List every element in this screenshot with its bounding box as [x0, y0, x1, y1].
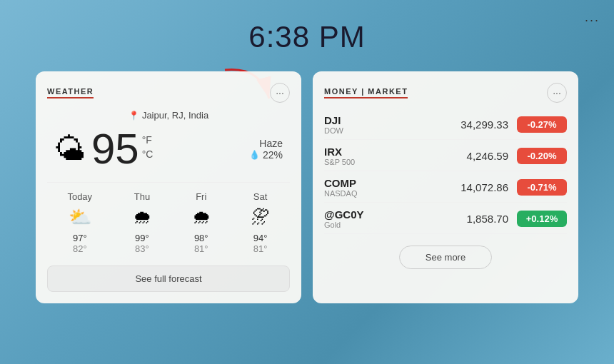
forecast-high: 94°: [253, 233, 268, 243]
forecast-row: Today ⛅ 97° 82° Thu 🌧 99° 83° Fri 🌧 98° …: [47, 182, 290, 254]
market-row[interactable]: @GC0Y Gold 1,858.70 +0.12%: [324, 204, 567, 234]
weather-sun-icon: 🌤: [54, 131, 86, 167]
forecast-day-item: Thu 🌧 99° 83°: [133, 191, 151, 254]
market-more-button[interactable]: ···: [547, 83, 567, 103]
forecast-high: 99°: [135, 233, 149, 243]
forecast-icon: 🌧: [192, 206, 211, 228]
market-name: DOW: [324, 126, 451, 135]
weather-card-header: WEATHER ···: [47, 83, 290, 103]
market-value: 34,299.33: [451, 118, 508, 131]
temperature-value: 95: [91, 128, 139, 171]
unit-celsius: °C: [142, 148, 154, 162]
forecast-temps: 99° 83°: [135, 233, 149, 254]
forecast-day-item: Sat ⛈ 94° 81°: [251, 191, 270, 254]
market-title: MONEY | MARKET: [324, 87, 408, 98]
market-symbol: DJI: [324, 114, 451, 126]
see-forecast-button[interactable]: See full forecast: [47, 266, 290, 292]
market-symbol: COMP: [324, 177, 451, 189]
weather-location-row: 📍 Jaipur, RJ, India: [47, 110, 290, 121]
forecast-temps: 98° 81°: [194, 233, 208, 254]
market-change-badge: -0.71%: [517, 179, 567, 196]
humidity-value: 22%: [263, 149, 283, 161]
forecast-icon: 🌧: [133, 206, 151, 228]
temperature-display: 95 °F °C: [91, 128, 153, 171]
forecast-high: 97°: [73, 233, 87, 243]
market-row[interactable]: DJI DOW 34,299.33 -0.27%: [324, 110, 567, 140]
weather-card: WEATHER ··· 📍 Jaipur, RJ, India 🌤 95 °F …: [36, 71, 301, 303]
market-name: S&P 500: [324, 158, 451, 166]
forecast-day-item: Fri 🌧 98° 81°: [192, 191, 211, 254]
location-icon: 📍: [129, 111, 139, 121]
weather-condition-area: Haze 💧 22%: [249, 138, 283, 161]
forecast-day-label: Fri: [196, 191, 206, 202]
forecast-temps: 94° 81°: [253, 233, 268, 254]
market-row[interactable]: IRX S&P 500 4,246.59 -0.20%: [324, 141, 567, 171]
time-display: 6:38 PM: [0, 0, 614, 54]
forecast-day-label: Sat: [253, 191, 268, 202]
market-name: Gold: [324, 221, 451, 229]
top-right-menu-button[interactable]: ···: [585, 13, 600, 28]
forecast-low: 83°: [135, 243, 149, 254]
market-change-badge: -0.20%: [517, 148, 567, 164]
forecast-day-label: Thu: [134, 191, 150, 202]
forecast-temps: 97° 82°: [73, 233, 87, 254]
forecast-icon: ⛈: [251, 206, 270, 228]
market-name: NASDAQ: [324, 189, 451, 198]
temperature-units: °F °C: [142, 133, 154, 161]
forecast-high: 98°: [194, 233, 208, 243]
see-more-button[interactable]: See more: [399, 246, 492, 269]
market-value: 14,072.86: [451, 181, 508, 193]
market-symbol-group: IRX S&P 500: [324, 146, 451, 166]
market-value: 1,858.70: [451, 213, 508, 225]
forecast-low: 82°: [73, 243, 87, 254]
weather-title: WEATHER: [47, 87, 94, 98]
forecast-low: 81°: [194, 243, 208, 254]
market-symbol-group: DJI DOW: [324, 114, 451, 135]
forecast-day-label: Today: [67, 191, 92, 202]
market-card-header: MONEY | MARKET ···: [324, 83, 567, 103]
drop-icon: 💧: [249, 150, 260, 160]
forecast-icon: ⛅: [69, 206, 91, 228]
market-symbol-group: COMP NASDAQ: [324, 177, 451, 198]
weather-condition: Haze: [249, 138, 283, 149]
market-value: 4,246.59: [451, 150, 508, 162]
forecast-day-item: Today ⛅ 97° 82°: [67, 191, 92, 254]
market-symbol: IRX: [324, 146, 451, 158]
market-rows: DJI DOW 34,299.33 -0.27% IRX S&P 500 4,2…: [324, 110, 567, 234]
market-card: MONEY | MARKET ··· DJI DOW 34,299.33 -0.…: [313, 71, 578, 303]
cards-container: WEATHER ··· 📍 Jaipur, RJ, India 🌤 95 °F …: [0, 60, 614, 315]
weather-main: 🌤 95 °F °C Haze 💧 22%: [47, 128, 290, 171]
market-symbol: @GC0Y: [324, 208, 451, 221]
market-change-badge: +0.12%: [517, 211, 567, 227]
unit-fahrenheit: °F: [142, 133, 154, 148]
market-change-badge: -0.27%: [517, 116, 567, 133]
humidity-row: 💧 22%: [249, 149, 283, 161]
weather-more-button[interactable]: ···: [270, 83, 290, 103]
weather-temp-area: 🌤 95 °F °C: [54, 128, 153, 171]
market-row[interactable]: COMP NASDAQ 14,072.86 -0.71%: [324, 173, 567, 203]
market-symbol-group: @GC0Y Gold: [324, 208, 451, 229]
forecast-low: 81°: [253, 243, 268, 254]
weather-location: Jaipur, RJ, India: [142, 110, 208, 121]
